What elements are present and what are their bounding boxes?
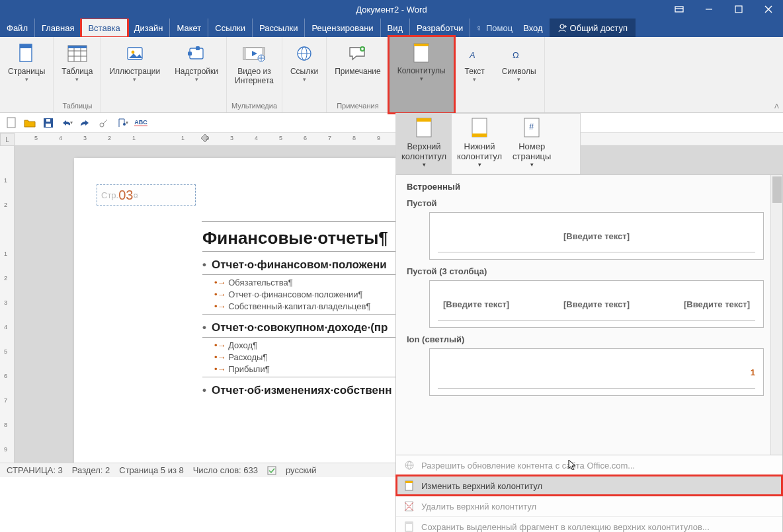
cursor-icon (568, 459, 579, 470)
links-button[interactable]: Ссылки ▾ (286, 40, 322, 110)
gallery-style-name: Пустой (3 столбца) (407, 266, 768, 276)
share-button[interactable]: Общий доступ (550, 19, 636, 37)
text-icon: A (463, 42, 487, 65)
tab-design[interactable]: Дизайн (128, 19, 171, 37)
group-media-label: Мультимедиа (231, 102, 277, 110)
tab-file[interactable]: Файл (0, 19, 35, 37)
headers-footers-button[interactable]: Колонтитулы ▾ (390, 37, 454, 112)
svg-rect-36 (7, 118, 15, 128)
comment-button[interactable]: Примечание (331, 40, 384, 102)
spellcheck-icon[interactable] (267, 466, 276, 475)
svg-rect-3 (735, 6, 742, 13)
svg-text:A: A (469, 50, 475, 60)
comment-icon (346, 42, 370, 65)
svg-rect-49 (472, 133, 487, 137)
status-section[interactable]: Раздел: 2 (72, 465, 110, 475)
tab-layout[interactable]: Макет (170, 19, 208, 37)
gallery-preview-empty[interactable]: [Введите текст] (429, 212, 764, 260)
qat-touch-icon[interactable] (98, 117, 110, 129)
svg-point-18 (131, 51, 134, 54)
table-icon (65, 42, 89, 65)
svg-rect-61 (405, 522, 413, 524)
header-prefix: Стр. (101, 190, 118, 200)
delete-header-icon (404, 501, 415, 512)
qat-open-icon[interactable] (24, 117, 36, 129)
footer-dropdown[interactable]: Нижний колонтитул▾ (452, 114, 507, 174)
maximize-icon[interactable] (723, 0, 753, 19)
gallery-scrollbar[interactable] (770, 175, 782, 463)
ruler-vertical[interactable]: 12123456789 (0, 146, 15, 463)
tab-developer[interactable]: Разработчи (410, 19, 470, 37)
status-page[interactable]: СТРАНИЦА: 3 (7, 465, 63, 475)
header-page-num: 03 (118, 188, 133, 203)
svg-rect-23 (243, 48, 246, 59)
svg-rect-0 (675, 7, 683, 12)
menu-save-to-gallery[interactable]: Сохранить выделенный фрагмент в коллекци… (396, 516, 782, 532)
qat-spell-icon[interactable]: ABC (135, 117, 147, 129)
pages-button[interactable]: Страницы ▾ (4, 40, 49, 110)
addins-button[interactable]: Надстройки ▾ (171, 40, 222, 110)
tab-home[interactable]: Главная (35, 19, 81, 37)
header-gallery: Встроенный Пустой [Введите текст] Пустой… (395, 174, 783, 464)
gallery-style-name: Пустой (407, 198, 768, 208)
header-field[interactable]: Стр.03¤ (97, 184, 196, 206)
window-title: Документ2 - Word (356, 5, 427, 15)
table-button[interactable]: Таблица ▾ (58, 40, 97, 102)
status-lang[interactable]: русский (286, 465, 317, 475)
page-number-dropdown[interactable]: # Номер страницы▾ (507, 114, 556, 174)
group-comments: Примечание Примечания (327, 37, 389, 112)
header-footer-subribbon: Верхний колонтитул▾ Нижний колонтитул▾ #… (395, 113, 581, 174)
minimize-icon[interactable] (694, 0, 723, 19)
svg-rect-38 (46, 124, 51, 127)
group-media: Видео из Интернета Мультимедиа (227, 37, 282, 112)
tab-help[interactable]: Помоц (486, 23, 513, 33)
ribbon-options-icon[interactable] (664, 0, 694, 19)
svg-rect-32 (414, 44, 429, 62)
symbols-icon: Ω (507, 42, 531, 65)
tab-review[interactable]: Рецензировани (305, 19, 380, 37)
save-gallery-icon (404, 521, 415, 532)
help-icon[interactable]: ♀ (475, 23, 482, 33)
globe-icon (404, 460, 415, 471)
header-mark: ¤ (133, 190, 138, 200)
header-dropdown[interactable]: Верхний колонтитул▾ (396, 114, 452, 174)
ruler-corner[interactable]: L (0, 133, 15, 146)
ribbon-tabs: Файл Главная Вставка Дизайн Макет Ссылки… (0, 19, 783, 37)
gallery-preview-empty3[interactable]: [Введите текст] [Введите текст] [Введите… (429, 280, 764, 328)
tab-mailings[interactable]: Рассылки (253, 19, 305, 37)
gallery-style-name: Ion (светлый) (407, 334, 768, 344)
collapse-ribbon-icon[interactable]: ᐱ (774, 102, 779, 110)
group-pages: Страницы ▾ (0, 37, 54, 112)
video-icon (242, 42, 266, 65)
qat-new-icon[interactable] (5, 117, 17, 129)
tab-login[interactable]: Вход (516, 19, 549, 37)
svg-rect-33 (414, 44, 429, 46)
qat-para-icon[interactable]: ▾ (116, 117, 128, 129)
video-button[interactable]: Видео из Интернета (231, 40, 278, 102)
page: Стр.03¤ Финансовые·отчеты¶ Отчет·о·финан… (74, 158, 444, 463)
menu-allow-office[interactable]: Разрешить обновление контента с сайта Of… (396, 455, 782, 475)
text-button[interactable]: A Текст ▾ (458, 40, 491, 110)
gallery-preview-ion[interactable]: 1 (429, 348, 764, 396)
tab-references[interactable]: Ссылки (208, 19, 253, 37)
menu-delete-header[interactable]: Удалить верхний колонтитул (396, 496, 782, 516)
tab-view[interactable]: Вид (381, 19, 411, 37)
share-label: Общий доступ (570, 23, 628, 33)
svg-rect-20 (196, 46, 200, 50)
menu-edit-header[interactable]: Изменить верхний колонтитул (396, 475, 782, 496)
qat-redo-icon[interactable] (79, 117, 91, 129)
illustrations-button[interactable]: Иллюстрации ▾ (105, 40, 164, 110)
svg-rect-45 (268, 467, 276, 475)
status-page-count[interactable]: Страница 5 из 8 (119, 465, 183, 475)
status-words[interactable]: Число слов: 633 (193, 465, 258, 475)
symbols-button[interactable]: Ω Символы ▾ (498, 40, 540, 110)
share-icon (557, 23, 567, 32)
footer-hf-icon (471, 118, 488, 139)
page-number-icon: # (523, 118, 540, 139)
ribbon: Страницы ▾ Таблица ▾ Таблицы Иллюстрации… (0, 37, 783, 113)
group-text: A Текст ▾ Ω Символы ▾ (454, 37, 545, 112)
qat-save-icon[interactable] (42, 117, 54, 129)
qat-undo-icon[interactable]: ▾ (61, 117, 73, 129)
close-icon[interactable] (753, 0, 783, 19)
tab-insert[interactable]: Вставка (81, 19, 127, 37)
